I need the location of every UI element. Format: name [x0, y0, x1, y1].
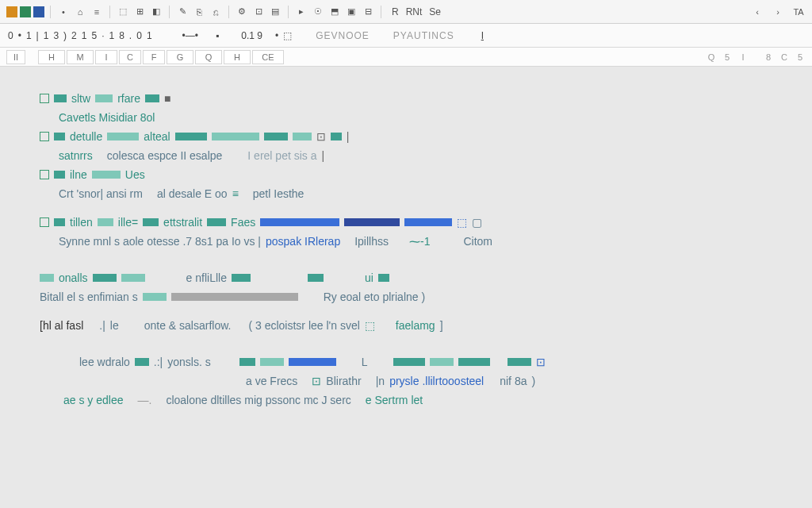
- rt-label-2[interactable]: RNt: [406, 6, 423, 17]
- hl-bar: [404, 218, 452, 226]
- t-7b: pospak IRlerap: [266, 235, 340, 248]
- tab-1[interactable]: GEVNOOE: [304, 30, 381, 41]
- tool-icon-12[interactable]: ⬒: [327, 5, 342, 19]
- num-4: 2: [70, 30, 79, 41]
- fold-icon[interactable]: [40, 94, 49, 103]
- hl-bar: [260, 358, 284, 366]
- tool-icon-2[interactable]: ≡: [90, 5, 104, 19]
- hl-bar: [121, 274, 145, 282]
- t-10e: faelamg: [396, 319, 435, 332]
- tool-icon-14[interactable]: ⊟: [361, 5, 375, 19]
- tool-icon-11[interactable]: ▤: [268, 5, 282, 19]
- hl-bar: [54, 218, 65, 226]
- t-10b: le: [110, 319, 119, 332]
- code-line-5a: ilne Ues: [40, 167, 772, 183]
- swatch-2[interactable]: [20, 6, 31, 17]
- clock-icon[interactable]: ☉: [311, 5, 325, 19]
- col-h2[interactable]: H: [224, 50, 251, 64]
- separator: [228, 6, 229, 18]
- tool-icon-4[interactable]: ⊞: [132, 5, 147, 19]
- col-ce[interactable]: CE: [252, 50, 284, 64]
- rr-5b[interactable]: 5: [795, 52, 806, 63]
- play-icon[interactable]: ▸: [294, 5, 308, 19]
- t-12a: a ve Frecs: [246, 375, 297, 387]
- t-10a: [hl al fasl: [40, 319, 83, 332]
- t-1b: rfare: [117, 92, 140, 105]
- tool-icon-1[interactable]: ⌂: [73, 5, 87, 19]
- col-f[interactable]: F: [143, 50, 165, 64]
- col-first[interactable]: II: [6, 50, 25, 64]
- separator: [50, 6, 51, 18]
- hl-bar: [93, 274, 117, 282]
- hl-bar: [54, 94, 67, 102]
- t-10c: onte & salsarflow.: [144, 319, 232, 332]
- rr-c[interactable]: C: [779, 52, 790, 63]
- hl-bar: [264, 133, 288, 140]
- t-4c: I erel pet sis a: [247, 149, 316, 162]
- t-11c: L: [362, 356, 368, 368]
- col-c[interactable]: C: [119, 50, 141, 64]
- fold-icon[interactable]: [40, 170, 49, 179]
- dot-icon[interactable]: •: [56, 5, 71, 19]
- num-2: 1: [42, 30, 51, 41]
- t-13b: cloalone dltilles mig pssonc mc J serc: [166, 394, 350, 406]
- t-13a: ae s y edlee: [63, 394, 124, 406]
- t-3b: alteal: [144, 130, 170, 143]
- tool-icon-9[interactable]: ⚙: [235, 5, 249, 19]
- swatch-3[interactable]: [33, 6, 44, 17]
- hl-bar: [40, 274, 54, 282]
- tool-icon-3[interactable]: ⬚: [116, 5, 130, 19]
- num-3: 3: [52, 30, 60, 41]
- rr-i[interactable]: I: [737, 52, 749, 63]
- hl-bar: [458, 358, 490, 366]
- col-i[interactable]: I: [95, 50, 117, 64]
- hl-bar: [289, 358, 336, 366]
- swatch-1[interactable]: [6, 6, 17, 17]
- rt-label-3[interactable]: Se: [429, 6, 441, 17]
- rt-label-1[interactable]: R: [392, 6, 399, 17]
- rr-5[interactable]: 5: [722, 52, 733, 63]
- col-q[interactable]: Q: [195, 50, 222, 64]
- toolbar-secondary: 0 • 1 | 1 3 ) 2 1 5 · 1 8 . 0 1 •—• ▪ 0.…: [0, 24, 812, 48]
- progress-bar: [171, 293, 298, 301]
- fold-icon[interactable]: [40, 217, 49, 227]
- rr-8[interactable]: 8: [763, 52, 774, 63]
- nav-next-icon[interactable]: ›: [771, 5, 785, 19]
- tool-icon-10[interactable]: ⊡: [251, 5, 266, 19]
- t-11b: yonsls. s: [167, 356, 210, 368]
- tab-end[interactable]: I: [480, 30, 485, 41]
- tool-icon-5[interactable]: ◧: [149, 5, 163, 19]
- col-g[interactable]: G: [167, 50, 193, 64]
- hl-bar: [308, 274, 324, 282]
- hl-bar: [143, 218, 159, 226]
- hl-bar: [212, 133, 259, 140]
- t-1a: sltw: [71, 92, 90, 105]
- fold-icon[interactable]: [40, 132, 49, 141]
- code-line-4: satnrrs colesca espce II esalpe I erel p…: [40, 148, 772, 164]
- tool-icon-13[interactable]: ▣: [344, 5, 358, 19]
- hl-bar: [107, 133, 139, 140]
- t-2: Cavetls Misidiar 8ol: [59, 111, 155, 124]
- hl-bar: [344, 218, 400, 226]
- t-3a: detulle: [70, 130, 102, 143]
- num-9: 0: [135, 30, 144, 41]
- t-13c: e Sertrm let: [366, 394, 423, 406]
- tool-icon-6[interactable]: ✎: [175, 5, 190, 19]
- code-line-2: Cavetls Misidiar 8ol: [40, 110, 772, 125]
- hl-bar: [54, 171, 65, 179]
- tab-2[interactable]: PYAUTINCS: [382, 30, 465, 41]
- tool-icon-7[interactable]: ⎘: [192, 5, 206, 19]
- nav-misc[interactable]: TA: [791, 5, 806, 19]
- col-h[interactable]: H: [38, 50, 65, 64]
- t-6a: tillen: [70, 216, 93, 229]
- t-12d: nif 8a: [500, 375, 527, 387]
- col-m[interactable]: M: [67, 50, 94, 64]
- t-6d: Faes: [231, 216, 255, 229]
- nav-prev-icon[interactable]: ‹: [750, 5, 764, 19]
- editor-area: sltw rfare ■ Cavetls Misidiar 8ol detull…: [0, 67, 812, 427]
- num-8: 8: [117, 30, 126, 41]
- tool-icon-8[interactable]: ⎌: [209, 5, 223, 19]
- code-line-6: tillen ille= ettstralit Faes ⬚ ▢: [40, 214, 772, 230]
- t-4b: colesca espce II esalpe: [107, 149, 223, 162]
- rr-q[interactable]: Q: [706, 52, 717, 63]
